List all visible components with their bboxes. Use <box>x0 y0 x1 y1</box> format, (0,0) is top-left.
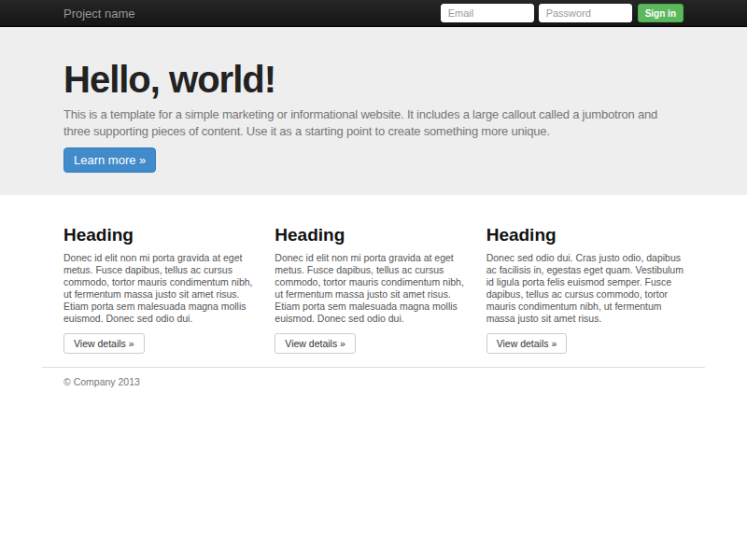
email-input[interactable] <box>441 4 534 22</box>
view-details-button-2[interactable]: View details » <box>275 333 356 354</box>
content-column-2: Heading Donec id elit non mi porta gravi… <box>275 225 472 354</box>
content-column-1: Heading Donec id elit non mi porta gravi… <box>63 225 261 354</box>
column-heading: Heading <box>486 225 684 245</box>
column-text: Donec id elit non mi porta gravida at eg… <box>275 252 472 325</box>
top-navbar: Project name Sign in <box>0 0 747 27</box>
column-heading: Heading <box>275 225 472 245</box>
signin-form: Sign in <box>436 4 684 22</box>
view-details-button-1[interactable]: View details » <box>63 333 145 354</box>
content-column-3: Heading Donec sed odio dui. Cras justo o… <box>486 225 684 354</box>
learn-more-button[interactable]: Learn more » <box>63 147 156 173</box>
password-input[interactable] <box>539 4 632 22</box>
jumbotron-title: Hello, world! <box>63 61 684 98</box>
jumbotron: Hello, world! This is a template for a s… <box>0 27 747 195</box>
page-footer: © Company 2013 <box>0 367 747 387</box>
column-heading: Heading <box>63 225 261 245</box>
jumbotron-description: This is a template for a simple marketin… <box>63 106 684 140</box>
copyright-text: © Company 2013 <box>42 368 705 387</box>
navbar-brand[interactable]: Project name <box>63 7 135 21</box>
view-details-button-3[interactable]: View details » <box>486 333 568 354</box>
signin-button[interactable]: Sign in <box>638 4 684 22</box>
column-text: Donec sed odio dui. Cras justo odio, dap… <box>486 252 684 325</box>
content-section: Heading Donec id elit non mi porta gravi… <box>0 195 747 354</box>
column-text: Donec id elit non mi porta gravida at eg… <box>63 252 261 325</box>
